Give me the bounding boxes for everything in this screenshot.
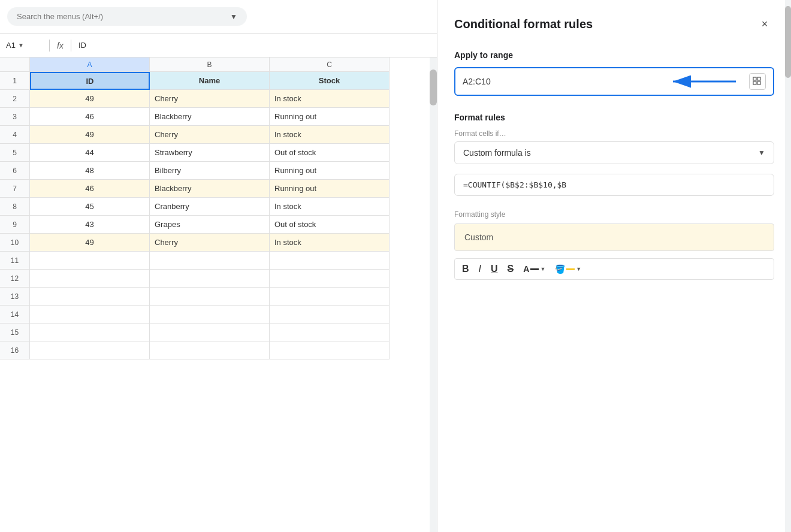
cell-c10[interactable]: In stock <box>270 234 390 252</box>
grid-selector-icon[interactable] <box>749 73 766 90</box>
row-num: 14 <box>0 306 30 324</box>
cell-b1[interactable]: Name <box>150 72 270 90</box>
panel-scrollbar-thumb[interactable] <box>785 6 791 78</box>
cell-a13[interactable] <box>30 288 150 306</box>
vertical-scrollbar[interactable] <box>430 58 437 532</box>
search-box[interactable]: ▼ <box>7 7 247 26</box>
blue-arrow-icon <box>670 73 742 90</box>
fill-color-button[interactable]: 🪣 ▼ <box>555 264 581 274</box>
cell-a10[interactable]: 49 <box>30 234 150 252</box>
cell-a4[interactable]: 49 <box>30 126 150 144</box>
cell-c3[interactable]: Running out <box>270 108 390 126</box>
row-num: 5 <box>0 144 30 162</box>
svg-rect-3 <box>757 77 760 80</box>
italic-button[interactable]: I <box>479 264 481 274</box>
spreadsheet-area: ▼ A1 ▼ fx ID A B C 1 ID Name Stock 2 <box>0 0 437 532</box>
cell-a16[interactable] <box>30 341 150 359</box>
cell-b12[interactable] <box>150 270 270 288</box>
data-grid: 1 ID Name Stock 2 49 Cherry In stock 3 4… <box>0 72 437 359</box>
cell-reference: A1 ▼ <box>6 41 42 50</box>
cell-c7[interactable]: Running out <box>270 180 390 198</box>
cell-a1[interactable]: ID <box>30 72 150 90</box>
panel-title: Conditional format rules <box>454 17 593 31</box>
cell-b16[interactable] <box>150 341 270 359</box>
strikethrough-button[interactable]: S <box>508 264 514 274</box>
row-num: 3 <box>0 108 30 126</box>
cell-c9[interactable]: Out of stock <box>270 216 390 234</box>
cell-b6[interactable]: Bilberry <box>150 162 270 180</box>
col-header-b: B <box>150 58 270 72</box>
cell-a3[interactable]: 46 <box>30 108 150 126</box>
svg-rect-4 <box>753 81 756 84</box>
formula-input-value: =COUNTIF($B$2:$B$10,$B <box>463 180 566 189</box>
scrollbar-thumb[interactable] <box>430 69 437 105</box>
cell-c4[interactable]: In stock <box>270 126 390 144</box>
underline-button[interactable]: U <box>491 264 498 274</box>
condition-dropdown[interactable]: Custom formula is ▼ <box>454 141 774 164</box>
range-value[interactable]: A2:C10 <box>463 77 663 86</box>
cell-c16[interactable] <box>270 341 390 359</box>
cell-b3[interactable]: Blackberry <box>150 108 270 126</box>
row-num: 7 <box>0 180 30 198</box>
cell-a6[interactable]: 48 <box>30 162 150 180</box>
cell-b13[interactable] <box>150 288 270 306</box>
cell-a5[interactable]: 44 <box>30 144 150 162</box>
cell-b5[interactable]: Strawberry <box>150 144 270 162</box>
close-button[interactable]: × <box>755 14 774 34</box>
cell-c5[interactable]: Out of stock <box>270 144 390 162</box>
formula-input-box[interactable]: =COUNTIF($B$2:$B$10,$B <box>454 174 774 196</box>
cell-b15[interactable] <box>150 324 270 341</box>
cell-b7[interactable]: Blackberry <box>150 180 270 198</box>
cell-c13[interactable] <box>270 288 390 306</box>
row-num: 8 <box>0 198 30 216</box>
cell-b2[interactable]: Cherry <box>150 90 270 108</box>
grid-container: A B C 1 ID Name Stock 2 49 Cherry In sto… <box>0 58 437 532</box>
apply-to-range-label: Apply to range <box>454 50 774 60</box>
row-num: 9 <box>0 216 30 234</box>
fx-icon: fx <box>57 41 64 50</box>
custom-style-preview: Custom <box>454 223 774 251</box>
row-num: 15 <box>0 324 30 341</box>
row-num: 2 <box>0 90 30 108</box>
cell-ref-dropdown-icon[interactable]: ▼ <box>18 42 24 49</box>
font-color-button[interactable]: A ▼ <box>523 264 545 274</box>
cell-a11[interactable] <box>30 252 150 270</box>
cell-a15[interactable] <box>30 324 150 341</box>
chevron-down-icon: ▼ <box>230 13 237 21</box>
cell-c15[interactable] <box>270 324 390 341</box>
spreadsheet-grid: A B C <box>0 58 437 72</box>
cell-c1[interactable]: Stock <box>270 72 390 90</box>
search-input[interactable] <box>17 12 225 21</box>
formatting-style-label: Formatting style <box>454 210 774 219</box>
cell-c12[interactable] <box>270 270 390 288</box>
row-num: 1 <box>0 72 30 90</box>
cell-c8[interactable]: In stock <box>270 198 390 216</box>
row-num: 13 <box>0 288 30 306</box>
panel-scrollbar[interactable] <box>785 0 791 532</box>
cell-b14[interactable] <box>150 306 270 324</box>
cell-c2[interactable]: In stock <box>270 90 390 108</box>
col-header-a: A <box>30 58 150 72</box>
format-cells-if-label: Format cells if… <box>454 129 774 138</box>
cell-b9[interactable]: Grapes <box>150 216 270 234</box>
formula-cell-value: ID <box>79 41 86 50</box>
corner-header <box>0 58 30 72</box>
cell-b11[interactable] <box>150 252 270 270</box>
cell-c11[interactable] <box>270 252 390 270</box>
cell-b4[interactable]: Cherry <box>150 126 270 144</box>
cell-b8[interactable]: Cranberry <box>150 198 270 216</box>
formula-divider <box>49 40 50 52</box>
cell-a14[interactable] <box>30 306 150 324</box>
cell-a8[interactable]: 45 <box>30 198 150 216</box>
cell-c6[interactable]: Running out <box>270 162 390 180</box>
cell-ref-value: A1 <box>6 41 16 50</box>
cell-c14[interactable] <box>270 306 390 324</box>
cell-b10[interactable]: Cherry <box>150 234 270 252</box>
cell-a9[interactable]: 43 <box>30 216 150 234</box>
bold-button[interactable]: B <box>462 264 469 274</box>
row-num: 10 <box>0 234 30 252</box>
fill-color-icon: 🪣 <box>555 264 565 274</box>
cell-a7[interactable]: 46 <box>30 180 150 198</box>
cell-a2[interactable]: 49 <box>30 90 150 108</box>
cell-a12[interactable] <box>30 270 150 288</box>
